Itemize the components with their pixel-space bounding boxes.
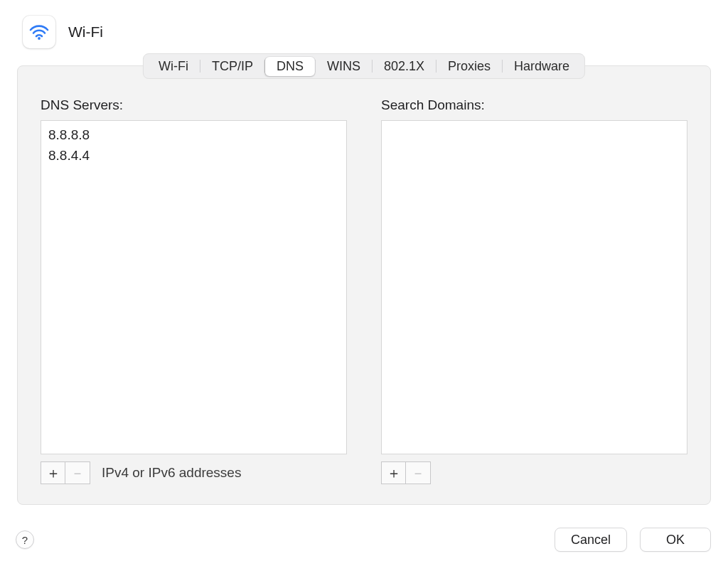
columns: DNS Servers: 8.8.8.8 8.8.4.4 ＋ － IPv4 or… bbox=[41, 97, 687, 484]
search-domains-label: Search Domains: bbox=[381, 97, 687, 113]
tab-dns[interactable]: DNS bbox=[265, 57, 315, 76]
bottom-bar: ? Cancel OK bbox=[16, 528, 711, 552]
tab-hardware[interactable]: Hardware bbox=[503, 57, 581, 76]
list-item[interactable]: 8.8.4.4 bbox=[48, 146, 339, 166]
add-remove-group: ＋ － bbox=[381, 461, 431, 484]
help-button[interactable]: ? bbox=[16, 530, 34, 549]
page-title: Wi-Fi bbox=[68, 23, 103, 41]
tab-wins[interactable]: WINS bbox=[316, 57, 372, 76]
remove-search-domain-button[interactable]: － bbox=[406, 462, 430, 484]
svg-point-0 bbox=[38, 37, 41, 40]
tab-wifi[interactable]: Wi-Fi bbox=[147, 57, 200, 76]
preferences-window: Wi-Fi Wi-Fi TCP/IP DNS WINS 802.1X Proxi… bbox=[0, 0, 728, 566]
dns-servers-column: DNS Servers: 8.8.8.8 8.8.4.4 ＋ － IPv4 or… bbox=[41, 97, 347, 484]
search-domains-list[interactable] bbox=[381, 120, 687, 454]
wifi-icon bbox=[23, 16, 55, 48]
header: Wi-Fi bbox=[17, 16, 711, 58]
tab-proxies[interactable]: Proxies bbox=[437, 57, 502, 76]
remove-dns-server-button[interactable]: － bbox=[65, 462, 90, 484]
cancel-button[interactable]: Cancel bbox=[555, 528, 627, 552]
tab-tcpip[interactable]: TCP/IP bbox=[200, 57, 264, 76]
dns-servers-controls: ＋ － IPv4 or IPv6 addresses bbox=[41, 461, 347, 484]
tab-8021x[interactable]: 802.1X bbox=[373, 57, 436, 76]
add-remove-group: ＋ － bbox=[41, 461, 90, 484]
action-buttons: Cancel OK bbox=[555, 528, 711, 552]
add-search-domain-button[interactable]: ＋ bbox=[382, 462, 406, 484]
dns-servers-list[interactable]: 8.8.8.8 8.8.4.4 bbox=[41, 120, 347, 454]
dns-servers-label: DNS Servers: bbox=[41, 97, 347, 113]
ok-button[interactable]: OK bbox=[640, 528, 711, 552]
search-domains-column: Search Domains: ＋ － bbox=[381, 97, 687, 484]
tabs: Wi-Fi TCP/IP DNS WINS 802.1X Proxies Har… bbox=[143, 53, 585, 79]
search-domains-controls: ＋ － bbox=[381, 461, 687, 484]
dns-hint: IPv4 or IPv6 addresses bbox=[102, 465, 241, 481]
list-item[interactable]: 8.8.8.8 bbox=[48, 125, 339, 146]
content-panel: Wi-Fi TCP/IP DNS WINS 802.1X Proxies Har… bbox=[17, 65, 711, 505]
add-dns-server-button[interactable]: ＋ bbox=[41, 462, 65, 484]
